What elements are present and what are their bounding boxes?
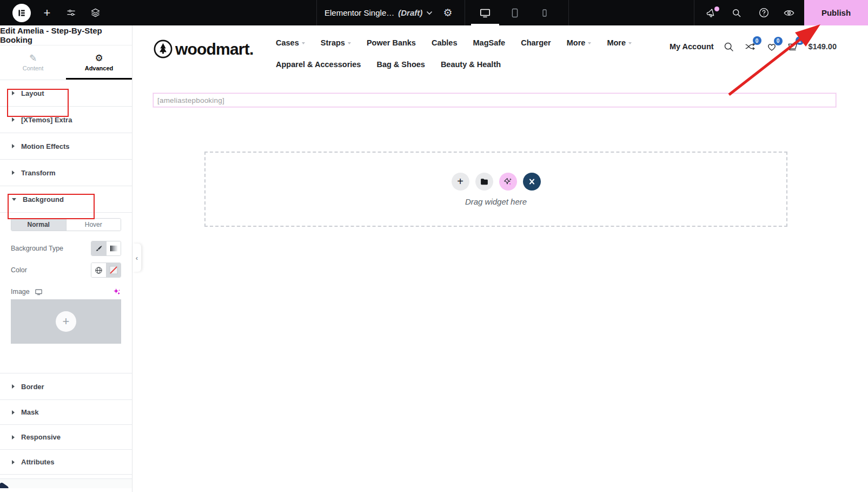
background-color-row: Color — [11, 263, 121, 278]
woodmart-logo-icon — [153, 39, 173, 59]
caret-right-icon — [12, 384, 15, 389]
nav-label: Cases — [276, 38, 299, 47]
publish-label: Publish — [821, 8, 851, 17]
site-logo-text: woodmart. — [175, 40, 253, 58]
site-logo[interactable]: woodmart. — [153, 39, 253, 59]
color-control — [91, 263, 121, 278]
section-border[interactable]: Border — [0, 373, 132, 400]
plus-icon: + — [44, 6, 51, 20]
section-mask[interactable]: Mask — [0, 400, 132, 425]
whats-new-button[interactable] — [703, 0, 719, 25]
nav-item-straps[interactable]: Straps — [321, 38, 351, 47]
mobile-icon — [540, 8, 549, 18]
help-button[interactable] — [756, 0, 771, 25]
active-tab-underline — [66, 78, 132, 80]
section-layout[interactable]: Layout — [0, 80, 132, 107]
chevron-down-icon — [302, 42, 305, 44]
background-color-label: Color — [11, 266, 27, 274]
panel-collapse-handle[interactable]: ‹ — [132, 244, 141, 272]
publish-button[interactable]: Publish — [804, 0, 868, 25]
background-gradient-button[interactable] — [106, 241, 121, 255]
section-responsive[interactable]: Responsive — [0, 425, 132, 450]
plus-icon: + — [457, 175, 463, 188]
ai-sparkle-icon[interactable] — [112, 287, 121, 296]
responsive-monitor-icon[interactable] — [35, 288, 43, 296]
caret-down-icon — [12, 198, 16, 201]
add-element-button[interactable]: + — [40, 0, 54, 25]
site-settings-button[interactable] — [64, 0, 78, 25]
shortcode-text: [ameliastepbooking] — [157, 96, 224, 104]
my-account-link[interactable]: My Account — [670, 42, 714, 51]
section-motion-effects[interactable]: Motion Effects — [0, 133, 132, 160]
template-library-button[interactable] — [475, 173, 493, 191]
chevron-down-icon — [588, 42, 591, 44]
cart-button[interactable]: 1 — [787, 41, 799, 53]
desktop-icon — [479, 7, 491, 19]
nav-item-beauty-health[interactable]: Beauty & Health — [441, 60, 501, 69]
section-background[interactable]: Background — [0, 186, 132, 213]
section-transform[interactable]: Transform — [0, 160, 132, 186]
section-attributes[interactable]: Attributes — [0, 450, 132, 475]
cart-total[interactable]: $149.00 — [809, 42, 837, 51]
nav-item-more-2[interactable]: More — [607, 38, 632, 47]
add-section-button[interactable]: + — [452, 173, 469, 191]
shop-search-button[interactable] — [723, 41, 734, 53]
shortcode-widget[interactable]: [ameliastepbooking] — [153, 93, 836, 107]
nav-item-cables[interactable]: Cables — [432, 38, 458, 47]
color-swatch-button[interactable] — [106, 263, 121, 277]
document-settings-button[interactable]: ⚙ — [440, 0, 455, 25]
nav-item-apparel-accessories[interactable]: Apparel & Accessories — [276, 60, 361, 69]
tab-content[interactable]: ✎ Content — [0, 45, 66, 80]
nav-item-cases[interactable]: Cases — [276, 38, 305, 47]
background-type-row: Background Type — [11, 241, 121, 256]
tab-advanced-label: Advanced — [85, 65, 114, 71]
device-mobile-button[interactable] — [535, 0, 554, 25]
nav-item-bag-shoes[interactable]: Bag & Shoes — [376, 60, 425, 69]
image-upload-area[interactable]: + — [11, 299, 121, 344]
background-type-label: Background Type — [11, 245, 63, 252]
preview-changes-button[interactable] — [781, 0, 797, 25]
widget-drop-zone[interactable]: + — [204, 152, 787, 227]
caret-right-icon — [12, 144, 15, 148]
structure-button[interactable] — [88, 0, 102, 25]
gear-icon: ⚙ — [443, 6, 452, 19]
notification-dot — [714, 6, 719, 11]
ai-builder-button[interactable] — [499, 173, 517, 191]
section-label: [XTemos] Extra — [21, 116, 72, 124]
elementor-settings-panel: Edit Amelia - Step-By-Step Booking ✎ Con… — [0, 25, 132, 492]
nav-item-magsafe[interactable]: MagSafe — [473, 38, 506, 47]
document-status: (Draft) — [398, 8, 422, 17]
chevron-down-icon — [348, 42, 351, 44]
compare-button[interactable]: 0 — [744, 41, 757, 53]
sliders-icon — [66, 8, 76, 18]
help-icon — [758, 7, 770, 18]
chevron-left-icon: ‹ — [136, 254, 138, 262]
state-hover-tab[interactable]: Hover — [67, 219, 121, 231]
nav-item-charger[interactable]: Charger — [521, 38, 551, 47]
compare-count-badge: 0 — [753, 36, 761, 45]
tab-advanced[interactable]: ⚙ Advanced — [66, 45, 132, 80]
nav-item-more-1[interactable]: More — [567, 38, 592, 47]
wishlist-button[interactable]: 0 — [766, 41, 778, 53]
finder-search-button[interactable] — [729, 0, 744, 25]
background-classic-button[interactable] — [91, 241, 106, 255]
document-switcher[interactable]: Elementor Single… (Draft) — [324, 0, 433, 25]
elementor-menu-button[interactable] — [12, 0, 31, 25]
device-tablet-button[interactable] — [506, 0, 524, 25]
section-label: Transform — [21, 169, 56, 177]
device-desktop-button[interactable] — [476, 0, 494, 25]
cart-count-badge: 1 — [796, 36, 804, 45]
drop-hint-text: Drag widget here — [465, 197, 527, 206]
document-title: Elementor Single… — [324, 8, 394, 17]
nav-item-power-banks[interactable]: Power Banks — [367, 38, 416, 47]
nav-label: More — [567, 38, 586, 47]
caret-right-icon — [12, 410, 15, 415]
kit-library-button[interactable] — [523, 173, 541, 191]
panel-tabs: ✎ Content ⚙ Advanced — [0, 45, 132, 80]
section-xtemos-extra[interactable]: [XTemos] Extra — [0, 107, 132, 133]
layers-icon — [90, 8, 101, 18]
state-normal-tab[interactable]: Normal — [11, 219, 67, 231]
kit-cross-icon — [527, 177, 536, 186]
search-icon — [723, 41, 734, 53]
global-color-button[interactable] — [91, 263, 106, 277]
